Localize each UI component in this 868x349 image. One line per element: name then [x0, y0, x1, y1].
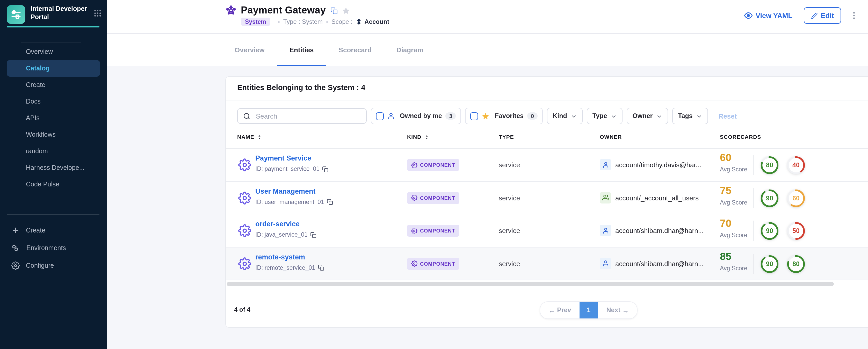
type-dropdown[interactable]: Type	[587, 108, 623, 124]
sidebar-accent-divider	[7, 26, 99, 27]
table-row[interactable]: order-service ID: java_service_01 COMPON…	[226, 214, 868, 247]
tab-entities[interactable]: Entities	[277, 34, 326, 66]
sidebar-nav: Overview Catalog Create Docs APIs Workfl…	[0, 43, 107, 193]
owned-by-me-checkbox[interactable]	[376, 112, 384, 120]
harness-idp-logo[interactable]	[7, 5, 25, 24]
copy-icon[interactable]	[324, 198, 333, 205]
sort-icon[interactable]	[254, 134, 262, 140]
main-area: Payment Gateway System Type : System Sco…	[107, 0, 868, 349]
scorecard-gauge[interactable]: 90	[760, 254, 779, 274]
copy-icon[interactable]	[319, 166, 328, 172]
sidebar-item-docs[interactable]: Docs	[0, 93, 107, 110]
avg-score-label: Avg Score	[720, 232, 747, 238]
kind-dropdown[interactable]: Kind	[547, 108, 583, 124]
table-row[interactable]: Payment Service ID: payment_service_01 C…	[226, 149, 868, 182]
tags-dropdown-label: Tags	[678, 113, 693, 120]
chevron-down-icon	[693, 113, 703, 120]
table-row[interactable]: remote-system ID: remote_service_01 COMP…	[226, 247, 868, 280]
system-entity-icon	[225, 5, 237, 16]
gear-icon	[411, 195, 420, 201]
eye-icon	[744, 11, 755, 20]
type-dropdown-label: Type	[592, 113, 607, 120]
sidebar-item-workflows[interactable]: Workflows	[0, 126, 107, 143]
reset-filters-button[interactable]: Reset	[719, 112, 737, 120]
page-number-button[interactable]: 1	[579, 302, 598, 318]
sidebar-item-apis[interactable]: APIs	[0, 110, 107, 126]
sidebar-item-configure[interactable]: Configure	[0, 257, 107, 275]
scorecard-gauge[interactable]: 40	[786, 155, 806, 175]
prev-page-button[interactable]: ← Prev	[540, 302, 579, 318]
more-options-icon[interactable]	[849, 11, 859, 20]
sidebar-item-create[interactable]: Create	[0, 76, 107, 93]
owned-by-me-filter[interactable]: Owned by me 3	[371, 108, 461, 124]
owner-cell: account/_account_all_users	[615, 194, 699, 202]
copy-icon[interactable]	[308, 231, 316, 238]
entity-kind-chip: System	[241, 18, 270, 26]
entity-id-text: ID: payment_service_01	[255, 166, 319, 172]
owned-by-me-label: Owned by me	[400, 113, 442, 120]
entity-name-link[interactable]: order-service	[255, 220, 300, 228]
chevron-down-icon	[567, 113, 577, 120]
owner-cell: account/shibam.dhar@harn...	[615, 260, 704, 267]
tab-diagram[interactable]: Diagram	[384, 34, 436, 66]
avg-score-label: Avg Score	[720, 265, 747, 271]
table-row[interactable]: User Management ID: user_management_01 C…	[226, 182, 868, 214]
entity-name-link[interactable]: Payment Service	[255, 154, 311, 162]
copy-icon[interactable]	[315, 264, 324, 271]
column-header-name: NAME	[237, 134, 262, 140]
edit-button[interactable]: Edit	[804, 7, 841, 24]
favorites-checkbox[interactable]	[470, 112, 478, 120]
kind-badge: COMPONENT	[407, 258, 459, 269]
sidebar-item-harness-developer[interactable]: Harness Develope...	[0, 159, 107, 176]
avg-score-label: Avg Score	[720, 199, 747, 205]
tags-dropdown[interactable]: Tags	[672, 108, 708, 124]
scorecard-gauge[interactable]: 80	[786, 254, 806, 274]
tab-scorecard[interactable]: Scorecard	[326, 34, 384, 66]
copy-title-icon[interactable]	[331, 6, 338, 15]
entity-name-link[interactable]: remote-system	[255, 253, 305, 261]
owner-user-icon	[600, 258, 611, 269]
owner-dropdown[interactable]: Owner	[627, 108, 668, 124]
score-divider	[753, 155, 753, 175]
gauge-value: 40	[786, 155, 806, 175]
hexagons-icon	[11, 244, 26, 252]
entities-panel: Entities Belonging to the System : 4 Own…	[225, 76, 868, 328]
sidebar-item-overview[interactable]: Overview	[0, 43, 107, 60]
tab-overview[interactable]: Overview	[222, 34, 277, 66]
column-header-kind: KIND	[407, 134, 429, 140]
chevron-down-icon	[607, 113, 617, 120]
type-label: Type : System	[283, 18, 323, 25]
scorecard-gauge[interactable]: 50	[786, 221, 806, 241]
scorecard-gauge[interactable]: 90	[760, 188, 779, 208]
sidebar-item-environments[interactable]: Environments	[0, 239, 107, 257]
horizontal-scrollbar[interactable]	[227, 282, 834, 286]
component-gear-icon	[238, 191, 251, 204]
arrow-left-icon: ←	[549, 306, 557, 314]
scorecard-gauge[interactable]: 90	[760, 221, 779, 241]
favorites-filter[interactable]: Favorites 0	[465, 108, 543, 124]
dot-separator	[326, 21, 328, 23]
component-gear-icon	[238, 257, 251, 270]
favorite-entity-star-icon[interactable]	[342, 6, 350, 15]
module-grid-icon[interactable]	[93, 8, 102, 18]
gauge-value: 50	[786, 221, 806, 241]
view-yaml-link[interactable]: View YAML	[744, 11, 793, 20]
entity-name-link[interactable]: User Management	[255, 187, 316, 195]
sidebar-item-random[interactable]: random	[0, 143, 107, 159]
scorecard-gauge[interactable]: 80	[760, 155, 779, 175]
sort-icon[interactable]	[421, 134, 429, 140]
sidebar-item-create-entity[interactable]: Create	[0, 222, 107, 239]
next-page-button[interactable]: Next →	[598, 302, 637, 318]
avg-score-label: Avg Score	[720, 166, 747, 172]
sidebar-divider-top	[21, 42, 81, 42]
score-divider	[753, 221, 753, 241]
table-header: NAME KIND TYPE OWNER SCORECARDS LIFECY	[226, 126, 868, 149]
sidebar-item-catalog[interactable]: Catalog	[7, 60, 100, 76]
search-input[interactable]	[255, 112, 361, 120]
scorecard-gauge[interactable]: 60	[786, 188, 806, 208]
component-gear-icon	[238, 224, 251, 237]
scope-value: Account	[355, 18, 389, 26]
entity-id-text: ID: user_management_01	[255, 199, 324, 205]
sidebar-item-code-pulse[interactable]: Code Pulse	[0, 176, 107, 193]
column-header-scorecards: SCORECARDS	[720, 134, 761, 140]
